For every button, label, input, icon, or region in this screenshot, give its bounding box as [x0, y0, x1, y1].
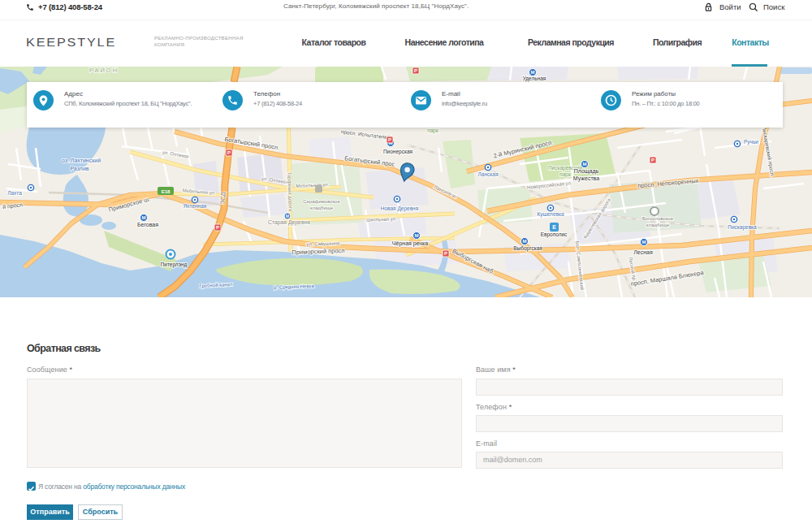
svg-text:Богословское: Богословское — [642, 216, 674, 221]
svg-text:Кушелевка: Кушелевка — [537, 211, 564, 218]
svg-text:М: М — [641, 240, 646, 245]
svg-text:Е: Е — [552, 224, 556, 230]
svg-text:P: P — [414, 68, 417, 73]
svg-text:М: М — [141, 215, 145, 220]
svg-text:P: P — [227, 150, 231, 155]
svg-text:Торфяная дорога: Торфяная дорога — [287, 172, 293, 212]
svg-text:М: М — [414, 233, 418, 238]
svg-text:Лахта: Лахта — [7, 190, 22, 196]
svg-text:Лесная: Лесная — [633, 249, 653, 255]
svg-text:кладбище: кладбище — [310, 206, 334, 210]
svg-text:М: М — [522, 239, 526, 244]
svg-text:Разлив: Разлив — [70, 166, 89, 171]
svg-text:Площадь: Площадь — [574, 168, 599, 175]
svg-text:P: P — [216, 225, 219, 230]
svg-text:РАЙОН: РАЙОН — [89, 67, 119, 74]
svg-text:Новая Деревня: Новая Деревня — [381, 206, 419, 212]
svg-text:М: М — [582, 162, 586, 167]
svg-text:Беговая: Беговая — [137, 222, 158, 227]
svg-text:Яхтенная: Яхтенная — [184, 203, 207, 209]
svg-text:Приморский просп: Приморский просп — [292, 247, 344, 256]
svg-text:P: P — [651, 158, 654, 162]
svg-text:Серафимовское: Серафимовское — [303, 199, 340, 204]
svg-text:парк: парк — [559, 171, 571, 178]
svg-text:ЗСД: ЗСД — [219, 192, 227, 204]
svg-text:оз. Лахтинский: оз. Лахтинский — [62, 158, 101, 163]
svg-text:Удельная: Удельная — [523, 76, 546, 82]
svg-text:Мужества: Мужества — [573, 175, 599, 182]
svg-text:Выборгская: Выборгская — [513, 245, 542, 252]
svg-text:ул. Оптиков: ул. Оптиков — [162, 149, 189, 159]
svg-text:E18: E18 — [162, 189, 171, 194]
svg-text:Старая Деревня: Старая Деревня — [268, 219, 310, 226]
svg-text:Ланская: Ланская — [478, 171, 499, 177]
svg-text:Пионерская: Пионерская — [383, 149, 413, 155]
svg-text:Ручьи: Ручьи — [744, 139, 758, 145]
svg-text:KEEPSTYLE: KEEPSTYLE — [26, 36, 116, 49]
svg-text:P: P — [388, 137, 391, 142]
svg-text:Пискаревка: Пискаревка — [728, 224, 757, 231]
svg-text:кладбище: кладбище — [646, 223, 670, 227]
svg-text:P: P — [444, 251, 447, 256]
svg-text:Питерлэнд: Питерлэнд — [161, 262, 188, 268]
svg-text:парк: парк — [427, 128, 438, 134]
svg-text:Чёрная речка: Чёрная речка — [392, 240, 428, 247]
svg-text:М: М — [530, 70, 534, 75]
svg-text:Европолис: Европолис — [541, 232, 568, 238]
svg-text:М: М — [286, 214, 290, 219]
